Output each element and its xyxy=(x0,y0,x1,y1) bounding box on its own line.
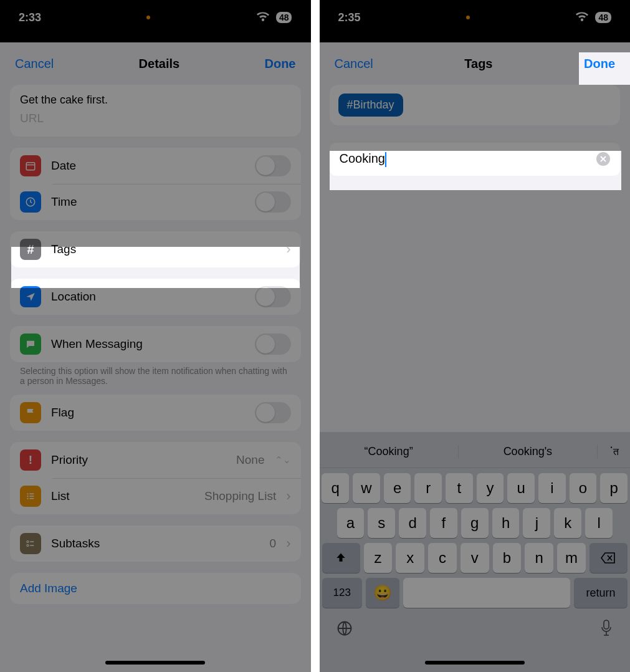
flag-label: Flag xyxy=(51,406,245,420)
subtasks-label: Subtasks xyxy=(51,537,260,550)
done-button[interactable]: Done xyxy=(584,57,615,71)
time-label: Time xyxy=(51,195,245,209)
list-row[interactable]: List Shopping List › xyxy=(10,478,301,514)
prediction-2[interactable]: Cooking's xyxy=(459,445,598,458)
priority-value: None xyxy=(236,453,264,467)
key-u[interactable]: u xyxy=(507,473,535,503)
tags-row[interactable]: # Tags › xyxy=(10,231,301,267)
navigation-bar: Cancel Details Done xyxy=(0,42,311,85)
location-toggle[interactable] xyxy=(255,286,291,307)
key-y[interactable]: y xyxy=(477,473,504,503)
key-z[interactable]: z xyxy=(364,543,393,573)
svg-rect-14 xyxy=(604,620,609,629)
keyboard: “Cooking” Cooking's ॱत qwertyuiop asdfgh… xyxy=(320,432,631,672)
key-s[interactable]: s xyxy=(368,508,395,538)
emoji-key[interactable]: 😀 xyxy=(366,578,399,608)
space-key[interactable] xyxy=(403,578,570,608)
clear-button[interactable] xyxy=(596,152,610,166)
subtasks-row[interactable]: Subtasks 0 › xyxy=(10,526,301,562)
clock-icon xyxy=(20,191,41,213)
key-e[interactable]: e xyxy=(384,473,411,503)
add-image-group: Add Image xyxy=(10,573,301,604)
key-q[interactable]: q xyxy=(322,473,349,503)
page-title: Details xyxy=(139,57,180,71)
flag-row[interactable]: Flag xyxy=(10,395,301,431)
numbers-key[interactable]: 123 xyxy=(322,578,362,608)
tag-pill[interactable]: #Birthday xyxy=(338,94,403,117)
notes-text[interactable]: Get the cake first. xyxy=(10,85,301,110)
list-icon xyxy=(20,486,41,507)
updown-icon: ⌃⌄ xyxy=(275,454,291,466)
mic-icon[interactable] xyxy=(599,619,614,642)
return-key[interactable]: return xyxy=(574,578,628,608)
key-j[interactable]: j xyxy=(523,508,550,538)
subtasks-value: 0 xyxy=(270,537,277,550)
hash-icon: # xyxy=(20,239,41,260)
key-d[interactable]: d xyxy=(399,508,426,538)
backspace-key[interactable] xyxy=(589,543,628,573)
messaging-footer: Selecting this option will show the item… xyxy=(10,366,301,395)
subtasks-group: Subtasks 0 › xyxy=(10,526,301,562)
svg-point-3 xyxy=(27,493,28,494)
datetime-group: Date Time xyxy=(10,148,301,220)
key-n[interactable]: n xyxy=(525,543,553,573)
notes-group: Get the cake first. URL xyxy=(10,85,301,137)
key-b[interactable]: b xyxy=(493,543,522,573)
status-bar: 2:33 48 xyxy=(0,0,311,35)
cancel-button[interactable]: Cancel xyxy=(15,57,54,71)
svg-point-9 xyxy=(27,541,29,543)
key-l[interactable]: l xyxy=(585,508,613,538)
location-row[interactable]: Location xyxy=(10,279,301,315)
key-c[interactable]: c xyxy=(428,543,457,573)
date-toggle[interactable] xyxy=(255,155,291,176)
key-k[interactable]: k xyxy=(554,508,581,538)
priority-list-group: ! Priority None ⌃⌄ List Shopping List › xyxy=(10,442,301,514)
key-t[interactable]: t xyxy=(446,473,473,503)
chevron-right-icon: › xyxy=(286,488,290,504)
flag-toggle[interactable] xyxy=(255,402,291,423)
home-indicator[interactable] xyxy=(425,661,525,665)
key-w[interactable]: w xyxy=(353,473,380,503)
prediction-bar: “Cooking” Cooking's ॱत xyxy=(320,436,631,468)
key-i[interactable]: i xyxy=(538,473,566,503)
key-m[interactable]: m xyxy=(557,543,586,573)
key-v[interactable]: v xyxy=(461,543,489,573)
wifi-icon xyxy=(575,11,589,24)
svg-point-5 xyxy=(27,498,28,499)
home-indicator[interactable] xyxy=(105,661,205,665)
key-h[interactable]: h xyxy=(492,508,520,538)
date-row[interactable]: Date xyxy=(10,148,301,184)
flag-icon xyxy=(20,402,41,423)
new-tag-input[interactable]: Cooking xyxy=(330,143,621,176)
messaging-group: When Messaging xyxy=(10,326,301,362)
globe-icon[interactable] xyxy=(336,620,353,641)
status-bar: 2:35 48 xyxy=(320,0,631,35)
time-toggle[interactable] xyxy=(255,191,291,213)
prediction-1[interactable]: “Cooking” xyxy=(320,445,459,458)
key-r[interactable]: r xyxy=(414,473,442,503)
text-cursor-icon xyxy=(385,152,386,167)
location-group: Location xyxy=(10,279,301,315)
key-p[interactable]: p xyxy=(600,473,628,503)
add-image-button[interactable]: Add Image xyxy=(10,573,301,604)
date-label: Date xyxy=(51,159,245,173)
cancel-button[interactable]: Cancel xyxy=(335,57,373,71)
key-f[interactable]: f xyxy=(430,508,457,538)
shift-key[interactable] xyxy=(322,543,360,573)
messaging-toggle[interactable] xyxy=(255,334,291,355)
priority-row[interactable]: ! Priority None ⌃⌄ xyxy=(10,442,301,478)
key-a[interactable]: a xyxy=(337,508,365,538)
svg-point-4 xyxy=(27,496,28,497)
messaging-row[interactable]: When Messaging xyxy=(10,326,301,362)
message-icon xyxy=(20,334,41,355)
subtasks-icon xyxy=(20,533,41,554)
prediction-lang[interactable]: ॱत xyxy=(598,446,630,458)
time-row[interactable]: Time xyxy=(10,184,301,220)
url-field[interactable]: URL xyxy=(10,110,301,137)
svg-rect-0 xyxy=(26,163,35,170)
key-x[interactable]: x xyxy=(396,543,424,573)
key-g[interactable]: g xyxy=(461,508,489,538)
done-button[interactable]: Done xyxy=(264,57,295,71)
flag-group: Flag xyxy=(10,395,301,431)
key-o[interactable]: o xyxy=(570,473,597,503)
